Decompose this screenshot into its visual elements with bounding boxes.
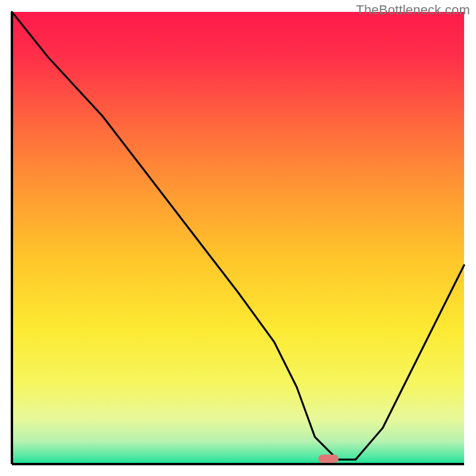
chart-svg xyxy=(0,0,476,476)
optimal-marker xyxy=(318,455,339,463)
watermark-text: TheBottleneck.com xyxy=(356,2,470,18)
bottleneck-chart: TheBottleneck.com xyxy=(0,0,476,476)
plot-background xyxy=(12,12,464,464)
